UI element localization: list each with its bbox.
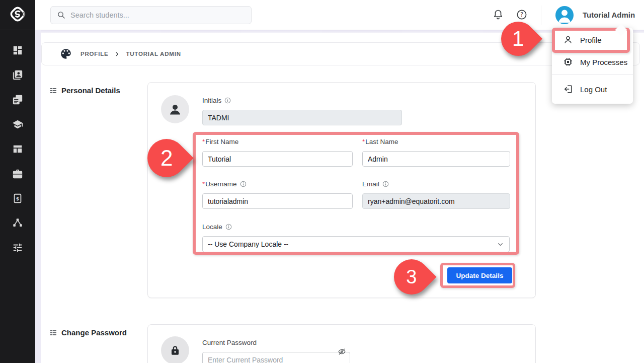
list-icon <box>50 87 57 94</box>
change-password-heading: Change Password <box>50 328 127 337</box>
notifications-bell-icon[interactable] <box>492 9 504 21</box>
personal-details-heading: Personal Details <box>50 86 120 95</box>
user-avatar[interactable] <box>555 6 574 24</box>
sidebar-item-briefcase-icon[interactable] <box>12 168 23 179</box>
initials-input <box>202 110 402 125</box>
annotation-number: 3 <box>406 267 417 286</box>
breadcrumb-section[interactable]: PROFILE <box>80 51 108 57</box>
change-password-heading-label: Change Password <box>61 328 127 337</box>
sidebar-item-billing-icon[interactable]: $ <box>12 193 23 204</box>
breadcrumb-page: TUTORIAL ADMIN <box>126 51 181 57</box>
sidebar-item-contacts-icon[interactable] <box>12 69 23 81</box>
sidebar-item-dashboard-icon[interactable] <box>12 45 23 56</box>
search-icon <box>57 11 66 20</box>
current-password-input[interactable] <box>202 352 350 363</box>
logout-icon <box>563 84 573 94</box>
annotation-highlight-name-fields <box>193 132 519 255</box>
topbar: ? Tutorial Admin <box>35 0 644 30</box>
sidebar-item-layout-icon[interactable] <box>12 143 23 155</box>
menu-item-my-processes-label: My Processes <box>580 58 627 66</box>
topbar-divider <box>541 6 541 25</box>
sidebar-item-graduation-cap-icon[interactable] <box>12 119 23 130</box>
sidebar: $ <box>0 0 35 363</box>
menu-item-log-out-label: Log Out <box>580 85 607 94</box>
annotation-number: 1 <box>512 28 524 49</box>
app-logo[interactable] <box>0 0 35 30</box>
password-lock-placeholder <box>161 336 189 363</box>
svg-text:$: $ <box>16 196 19 201</box>
app-logo-icon <box>8 5 27 26</box>
sidebar-nav: $ <box>0 30 35 253</box>
search-box <box>50 6 252 24</box>
search-input[interactable] <box>70 11 245 19</box>
chevron-right-icon <box>114 51 120 57</box>
person-icon <box>168 102 183 117</box>
help-icon[interactable]: ? <box>516 9 528 21</box>
menu-item-my-processes[interactable]: My Processes <box>552 51 633 73</box>
menu-item-log-out[interactable]: Log Out <box>552 77 633 102</box>
sidebar-item-documents-icon[interactable] <box>12 94 23 105</box>
menu-divider <box>552 74 633 75</box>
current-password-field: Current Password <box>202 338 350 363</box>
sidebar-item-workflow-icon[interactable] <box>12 217 23 229</box>
breadcrumb: PROFILE TUTORIAL ADMIN <box>41 42 640 65</box>
personal-details-heading-label: Personal Details <box>61 86 120 95</box>
annotation-number: 2 <box>160 147 173 169</box>
app-window: $ ? Tutorial Admin PROFILE <box>0 0 644 363</box>
svg-text:?: ? <box>520 11 523 18</box>
chip-icon <box>563 57 573 67</box>
sidebar-item-settings-sliders-icon[interactable] <box>12 242 23 253</box>
change-password-card: Current Password <box>147 324 536 363</box>
profile-avatar-placeholder <box>161 95 189 123</box>
toggle-password-visibility-icon[interactable] <box>338 347 346 356</box>
initials-field: Initials <box>202 96 402 125</box>
user-menu-trigger[interactable]: Tutorial Admin <box>583 0 635 30</box>
current-password-label: Current Password <box>202 339 257 346</box>
lock-icon <box>169 344 182 357</box>
annotation-highlight-update-button <box>440 263 515 288</box>
content-left-gutter <box>35 30 41 363</box>
info-icon[interactable] <box>224 97 231 104</box>
palette-icon <box>59 47 72 60</box>
initials-label: Initials <box>202 97 221 104</box>
list-icon <box>50 329 57 336</box>
